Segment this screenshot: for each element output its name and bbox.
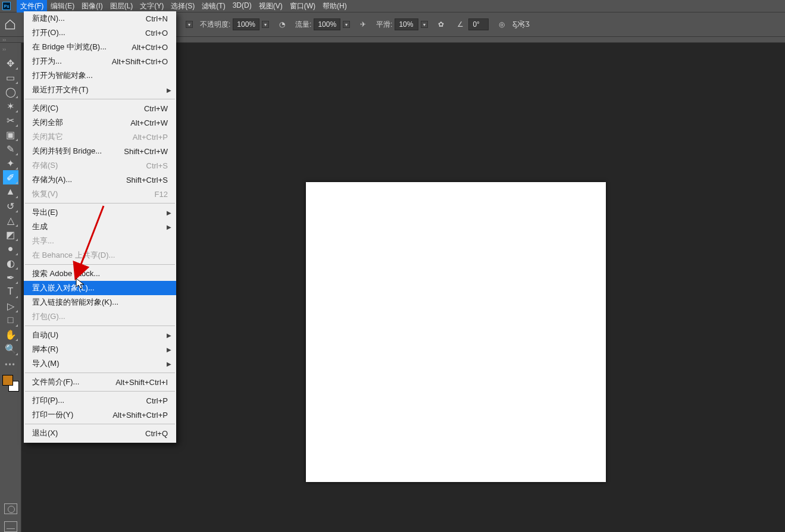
menu-item[interactable]: 生成▶ bbox=[24, 220, 176, 234]
symmetry-icon[interactable]: Ƹ̵̡Ӝ̵̨̄Ʒ bbox=[515, 18, 527, 30]
pressure-size-icon[interactable]: ◎ bbox=[496, 18, 508, 30]
crop-tool[interactable]: ✂ bbox=[3, 113, 18, 127]
menu-item-shortcut: Alt+Shift+Ctrl+P bbox=[112, 411, 168, 420]
menu-item[interactable]: 打开为智能对象... bbox=[24, 68, 176, 83]
file-menu-dropdown: 新建(N)...Ctrl+N打开(O)...Ctrl+O在 Bridge 中浏览… bbox=[24, 11, 176, 443]
menu-文件[interactable]: 文件(F) bbox=[17, 0, 47, 12]
toolbar: ›› ✥▭◯✶✂▣✎✦✐▲↺△◩●◐✒T▷□✋🔍 ••• bbox=[0, 43, 21, 532]
eraser-tool[interactable]: △ bbox=[3, 213, 18, 227]
clone-stamp-tool[interactable]: ▲ bbox=[3, 184, 18, 199]
menu-item[interactable]: 导出(E)▶ bbox=[24, 205, 176, 220]
menu-item[interactable]: 在 Bridge 中浏览(B)...Alt+Ctrl+O bbox=[24, 40, 176, 54]
submenu-arrow-icon: ▶ bbox=[167, 209, 171, 216]
menu-item-label: 在 Bridge 中浏览(B)... bbox=[32, 42, 107, 52]
menu-文字[interactable]: 文字(Y) bbox=[136, 0, 167, 12]
menu-3d[interactable]: 3D(D) bbox=[229, 0, 255, 12]
smooth-settings-icon[interactable]: ✿ bbox=[435, 18, 447, 30]
menu-item-shortcut: Shift+Ctrl+S bbox=[126, 176, 168, 184]
menu-item[interactable]: 打印(P)...Ctrl+P bbox=[24, 393, 176, 408]
blur-tool[interactable]: ● bbox=[3, 242, 18, 256]
menu-item-shortcut: Alt+Ctrl+W bbox=[130, 118, 168, 127]
smooth-dropdown[interactable]: ▾ bbox=[421, 21, 428, 28]
menu-item[interactable]: 最近打开文件(T)▶ bbox=[24, 83, 176, 97]
menu-item[interactable]: 打印一份(Y)Alt+Shift+Ctrl+P bbox=[24, 408, 176, 422]
menu-item[interactable]: 置入嵌入对象(L)... bbox=[24, 281, 176, 295]
zoom-tool[interactable]: 🔍 bbox=[3, 342, 18, 356]
opacity-value[interactable]: 100% bbox=[233, 18, 259, 30]
color-swatches[interactable] bbox=[2, 375, 19, 392]
pen-tool[interactable]: ✒ bbox=[3, 270, 18, 284]
quick-mask-icon[interactable] bbox=[4, 503, 17, 514]
frame-tool[interactable]: ▣ bbox=[3, 127, 18, 142]
quick-select-tool[interactable]: ✶ bbox=[3, 99, 18, 113]
menu-item-label: 最近打开文件(T) bbox=[32, 85, 89, 95]
foreground-color-swatch[interactable] bbox=[2, 375, 13, 386]
menu-item[interactable]: 脚本(R)▶ bbox=[24, 342, 176, 356]
spot-heal-tool[interactable]: ✦ bbox=[3, 156, 18, 170]
preset-dropdown[interactable]: ▾ bbox=[186, 21, 193, 28]
menubar: Ps 文件(F)编辑(E)图像(I)图层(L)文字(Y)选择(S)滤镜(T)3D… bbox=[0, 0, 785, 12]
menu-item-label: 打印(P)... bbox=[32, 395, 64, 406]
brush-tool[interactable]: ✐ bbox=[3, 170, 18, 184]
menu-item[interactable]: 导入(M)▶ bbox=[24, 356, 176, 371]
history-brush-tool[interactable]: ↺ bbox=[3, 199, 18, 213]
menu-item-shortcut: Alt+Shift+Ctrl+I bbox=[115, 378, 168, 387]
menu-滤镜[interactable]: 滤镜(T) bbox=[198, 0, 229, 12]
type-tool[interactable]: T bbox=[3, 284, 18, 299]
menu-item-shortcut: F12 bbox=[155, 190, 168, 199]
menu-item-label: 在 Behance 上共享(D)... bbox=[32, 250, 115, 261]
lasso-tool[interactable]: ◯ bbox=[3, 85, 18, 99]
menu-窗口[interactable]: 窗口(W) bbox=[286, 0, 319, 12]
opacity-dropdown[interactable]: ▾ bbox=[262, 21, 269, 28]
menu-item-shortcut: Ctrl+W bbox=[144, 104, 168, 113]
submenu-arrow-icon: ▶ bbox=[167, 87, 171, 93]
screen-mode-icon[interactable] bbox=[4, 521, 17, 532]
flow-value[interactable]: 100% bbox=[314, 18, 340, 30]
move-tool[interactable]: ✥ bbox=[3, 56, 18, 70]
menu-item[interactable]: 退出(X)Ctrl+Q bbox=[24, 426, 176, 440]
menu-选择[interactable]: 选择(S) bbox=[167, 0, 198, 12]
home-icon[interactable] bbox=[4, 18, 17, 30]
menu-item[interactable]: 文件简介(F)...Alt+Shift+Ctrl+I bbox=[24, 375, 176, 389]
airbrush-icon[interactable]: ✈ bbox=[357, 18, 369, 30]
menu-item-label: 置入链接的智能对象(K)... bbox=[32, 297, 118, 308]
menu-视图[interactable]: 视图(V) bbox=[255, 0, 286, 12]
pressure-opacity-icon[interactable]: ◔ bbox=[276, 18, 288, 30]
menu-图层[interactable]: 图层(L) bbox=[107, 0, 137, 12]
toolbar-more[interactable]: ••• bbox=[3, 361, 18, 369]
menu-item[interactable]: 打开(O)...Ctrl+O bbox=[24, 26, 176, 40]
menu-item[interactable]: 搜索 Adobe Stock... bbox=[24, 267, 176, 281]
menu-item[interactable]: 新建(N)...Ctrl+N bbox=[24, 11, 176, 26]
rectangle-tool[interactable]: □ bbox=[3, 313, 18, 327]
menu-item-label: 恢复(V) bbox=[32, 189, 58, 199]
smooth-value[interactable]: 10% bbox=[395, 18, 418, 30]
menu-item[interactable]: 关闭并转到 Bridge...Shift+Ctrl+W bbox=[24, 144, 176, 158]
dodge-tool[interactable]: ◐ bbox=[3, 256, 18, 270]
flow-dropdown[interactable]: ▾ bbox=[343, 21, 350, 28]
menu-item-label: 打开为智能对象... bbox=[32, 70, 93, 81]
menu-item-shortcut: Ctrl+N bbox=[146, 14, 168, 23]
menu-item-label: 共享... bbox=[32, 236, 54, 246]
submenu-arrow-icon: ▶ bbox=[167, 346, 171, 353]
menu-item[interactable]: 存储为(A)...Shift+Ctrl+S bbox=[24, 173, 176, 187]
eyedropper-tool[interactable]: ✎ bbox=[3, 142, 18, 156]
menu-item-label: 关闭其它 bbox=[32, 132, 63, 142]
menu-item[interactable]: 打开为...Alt+Shift+Ctrl+O bbox=[24, 54, 176, 68]
menu-item[interactable]: 自动(U)▶ bbox=[24, 328, 176, 342]
menu-编辑[interactable]: 编辑(E) bbox=[47, 0, 78, 12]
hand-tool[interactable]: ✋ bbox=[3, 327, 18, 342]
menu-item-shortcut: Ctrl+O bbox=[145, 29, 168, 37]
menu-item[interactable]: 置入链接的智能对象(K)... bbox=[24, 295, 176, 309]
menu-item[interactable]: 关闭(C)Ctrl+W bbox=[24, 101, 176, 115]
menu-item-label: 导出(E) bbox=[32, 207, 58, 218]
angle-value[interactable]: 0° bbox=[468, 18, 489, 30]
marquee-tool[interactable]: ▭ bbox=[3, 70, 18, 85]
menu-图像[interactable]: 图像(I) bbox=[78, 0, 106, 12]
gradient-tool[interactable]: ◩ bbox=[3, 227, 18, 242]
menu-item[interactable]: 关闭全部Alt+Ctrl+W bbox=[24, 115, 176, 130]
menu-帮助[interactable]: 帮助(H) bbox=[319, 0, 351, 12]
canvas[interactable] bbox=[306, 182, 606, 482]
path-select-tool[interactable]: ▷ bbox=[3, 299, 18, 313]
menu-item-label: 打开为... bbox=[32, 56, 62, 67]
opacity-label: 不透明度: bbox=[200, 20, 230, 30]
